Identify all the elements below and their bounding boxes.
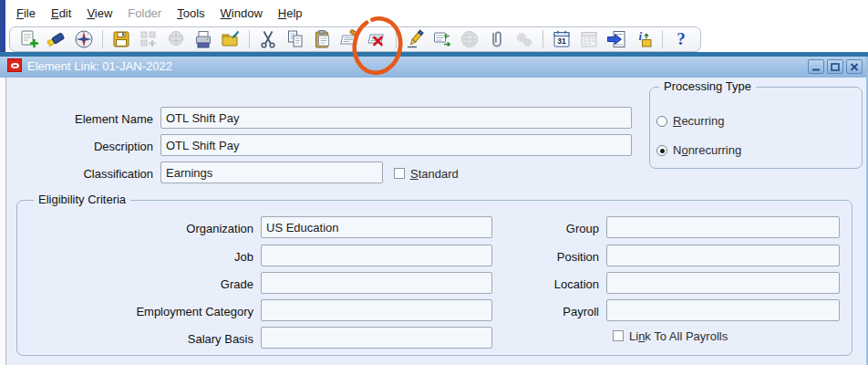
job-label: Job xyxy=(73,250,253,264)
close-button[interactable] xyxy=(846,59,863,74)
payroll-label: Payroll xyxy=(474,305,599,318)
toolbar-separator xyxy=(249,30,250,48)
window-title: Element Link: 01-JAN-2022 xyxy=(27,59,172,73)
oracle-logo-icon xyxy=(7,58,22,72)
delete-record-icon[interactable] xyxy=(367,28,388,50)
info-icon[interactable]: i xyxy=(633,28,655,50)
eligibility-criteria-legend: Eligibility Criteria xyxy=(34,193,130,206)
menu-file[interactable]: File xyxy=(16,6,36,20)
payroll-field[interactable] xyxy=(606,299,840,321)
save-icon[interactable] xyxy=(110,28,132,50)
menu-folder: Folder xyxy=(128,6,161,20)
position-label: Position xyxy=(474,250,599,264)
element-name-field[interactable] xyxy=(160,107,632,129)
salary-basis-field[interactable] xyxy=(261,327,492,349)
globe-icon xyxy=(459,28,480,50)
print-icon[interactable] xyxy=(192,28,214,50)
recurring-label: Recurring xyxy=(673,114,724,128)
link-to-all-payrolls-label: Link To All Payrolls xyxy=(629,329,728,343)
position-field[interactable] xyxy=(606,245,840,266)
toolbar-separator xyxy=(396,30,397,48)
salary-basis-label: Salary Basis xyxy=(73,332,253,346)
cut-icon[interactable] xyxy=(257,28,279,50)
standard-label: Standard xyxy=(410,167,459,181)
svg-text:31: 31 xyxy=(557,36,566,46)
location-label: Location xyxy=(474,277,599,291)
svg-text:?: ? xyxy=(677,29,686,48)
menu-help[interactable]: Help xyxy=(278,6,303,20)
app-window: File Edit View Folder Tools Window Help xyxy=(0,0,868,365)
menu-window[interactable]: Window xyxy=(221,6,263,20)
show-navigator-icon[interactable] xyxy=(73,28,95,50)
description-label: Description xyxy=(18,140,153,153)
edit-field-icon[interactable] xyxy=(404,28,426,50)
toolbar-panel: 31 i ? xyxy=(9,26,701,52)
menu-edit[interactable]: Edit xyxy=(51,6,71,20)
switch-responsibility-icon xyxy=(165,28,187,50)
close-form-icon[interactable] xyxy=(220,28,242,50)
toolbar-separator xyxy=(662,30,663,48)
link-to-all-payrolls-checkbox[interactable] xyxy=(613,330,624,341)
job-field[interactable] xyxy=(261,245,492,266)
location-field[interactable] xyxy=(606,272,840,294)
clear-record-icon[interactable] xyxy=(339,28,361,50)
menu-tools[interactable]: Tools xyxy=(177,6,204,20)
standard-checkbox[interactable] xyxy=(394,168,405,179)
element-name-label: Element Name xyxy=(18,112,153,126)
next-step-icon xyxy=(138,28,160,50)
copy-icon[interactable] xyxy=(284,28,306,50)
paste-icon[interactable] xyxy=(312,28,334,50)
svg-text:i: i xyxy=(639,29,643,43)
maximize-button[interactable] xyxy=(827,59,843,74)
nonrecurring-label: Nonrecurring xyxy=(673,143,741,157)
group-label: Group xyxy=(474,222,599,235)
classification-label: Classification xyxy=(18,167,153,181)
window-controls xyxy=(808,59,863,74)
window-frame-left xyxy=(0,78,6,365)
find-icon[interactable] xyxy=(46,28,67,50)
window-titlebar[interactable]: Element Link: 01-JAN-2022 xyxy=(0,57,868,78)
toolbar-separator xyxy=(542,30,543,48)
employment-category-field[interactable] xyxy=(261,299,492,321)
menu-bar: File Edit View Folder Tools Window Help xyxy=(5,0,868,26)
help-icon[interactable]: ? xyxy=(670,28,692,50)
group-field[interactable] xyxy=(606,216,840,238)
employment-category-label: Employment Category xyxy=(73,305,253,318)
organization-label: Organization xyxy=(73,222,253,235)
toolbar-separator xyxy=(102,30,103,48)
grade-label: Grade xyxy=(73,277,253,291)
nonrecurring-radio[interactable] xyxy=(656,145,667,156)
folder-tools-icon xyxy=(513,28,535,50)
export-icon[interactable] xyxy=(605,28,627,50)
processing-type-legend: Processing Type xyxy=(659,79,756,93)
minimize-button[interactable] xyxy=(808,59,824,74)
new-icon[interactable] xyxy=(18,28,40,50)
grade-field[interactable] xyxy=(261,272,492,294)
recurring-radio[interactable] xyxy=(656,116,667,127)
organization-field[interactable] xyxy=(261,216,492,238)
calendar-alt-icon xyxy=(578,28,600,50)
classification-field[interactable] xyxy=(160,162,383,183)
description-field[interactable] xyxy=(160,134,632,156)
translations-icon[interactable] xyxy=(431,28,453,50)
toolbar: 31 i ? xyxy=(5,26,868,52)
calendar-icon[interactable]: 31 xyxy=(551,28,573,50)
attachments-icon[interactable] xyxy=(486,28,508,50)
menu-view[interactable]: View xyxy=(87,6,112,20)
